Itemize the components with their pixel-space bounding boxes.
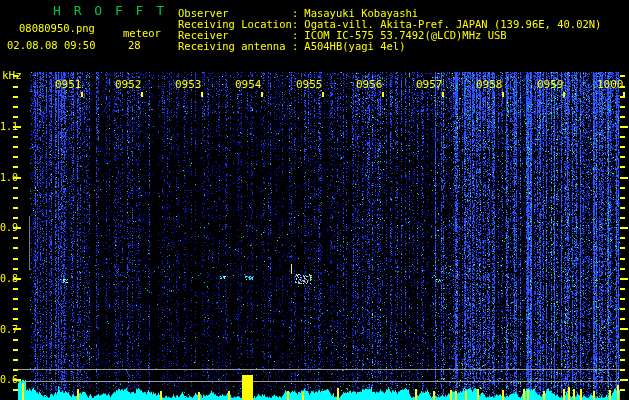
time-tick-label: 0959 [537,79,564,90]
receiver-info-block: Observer:Masayuki KobayashiReceiving Loc… [178,8,601,52]
freq-tick-label: 0.7 [0,324,17,335]
freq-tick-label: 1.1 [0,121,17,132]
freq-tick-label: 0.9 [0,222,17,233]
spectrogram-canvas [0,0,629,400]
info-label: Receiving antenna [178,41,292,52]
time-tick-label: 1000 [597,79,624,90]
freq-tick-label: 0.6 [0,374,17,385]
time-tick-label: 0952 [115,79,142,90]
freq-tick-label: 1.0 [0,172,17,183]
info-value: A504HB(yagi 4el) [298,40,405,52]
time-tick-label: 0956 [356,79,383,90]
meteor-count: 28 [128,40,141,51]
time-tick-label: 0953 [175,79,202,90]
receiver-info-row: Receiving antenna:A504HB(yagi 4el) [178,41,601,52]
datetime-label: 02.08.08 09:50 [7,40,96,51]
time-tick-label: 0958 [476,79,503,90]
time-tick-label: 0957 [416,79,443,90]
freq-axis-unit: kHz [2,70,22,81]
freq-tick-label: 0.8 [0,273,17,284]
mode-label: meteor [123,28,161,39]
hrofft-output: H R O F F T 08080950.png meteor 02.08.08… [0,0,629,400]
time-tick-label: 0951 [55,79,82,90]
output-filename: 08080950.png [19,23,95,34]
app-title: H R O F F T [53,5,167,16]
time-tick-label: 0955 [296,79,323,90]
time-tick-label: 0954 [235,79,262,90]
